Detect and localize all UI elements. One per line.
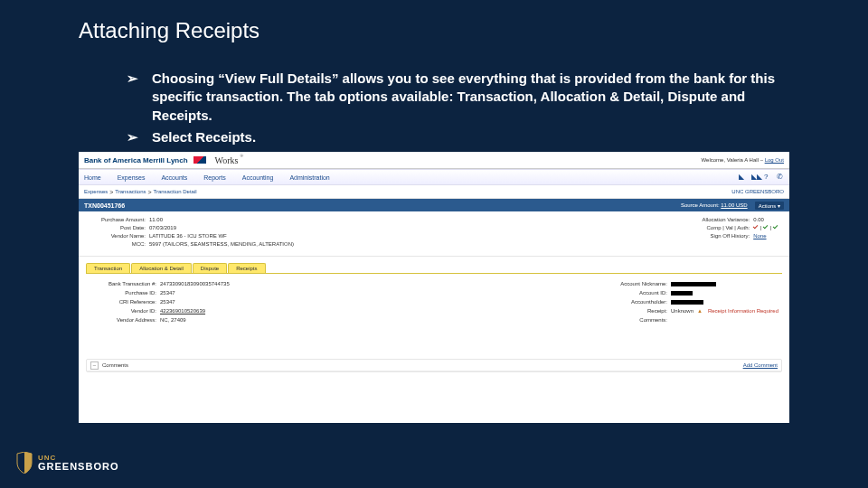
app-header: Bank of America Merrill Lynch Works Welc… [79, 152, 789, 169]
lbl-accountholder: Accountholder: [604, 299, 667, 305]
lbl-post-date: Post Date: [90, 225, 146, 230]
lbl-vendor-addr: Vendor Address: [90, 317, 156, 323]
actions-menu[interactable]: Actions ▾ [755, 202, 784, 210]
bank-logo-text: Bank of America Merrill Lynch [84, 156, 188, 164]
crumb-detail: Transaction Detail [153, 189, 196, 194]
val-purchase-id: 25347 [160, 290, 175, 296]
lbl-signoff: Sign Off History: [677, 233, 750, 239]
val-alloc-var: 0.00 [753, 217, 764, 222]
lbl-comments: Comments: [604, 317, 667, 323]
works-app-screenshot: Bank of America Merrill Lynch Works Welc… [79, 152, 789, 423]
lbl-purchase-amount: Purchase Amount: [90, 217, 146, 222]
comments-section: – Comments Add Comment [86, 359, 782, 372]
transaction-panel: Bank Transaction #:247330901830900357447… [86, 273, 782, 355]
footer-line2: GREENSBORO [38, 462, 118, 472]
bullet-2: Select Receipts. [127, 128, 796, 146]
breadcrumb: Expenses > Transactions > Transaction De… [79, 185, 789, 199]
val-post-date: 07/03/2019 [149, 225, 176, 230]
users-icon[interactable]: ◣◣ [751, 174, 759, 181]
val-crireference: 25347 [160, 299, 175, 305]
shield-icon [16, 452, 33, 474]
lock-icon: ▲ [697, 308, 703, 314]
logout-link[interactable]: Log Out [765, 157, 784, 163]
phone-icon[interactable]: ✆ [777, 174, 784, 181]
val-bank-txn: 24733090183090035744735 [160, 281, 230, 286]
works-logo: Works [215, 155, 239, 165]
tab-allocation[interactable]: Allocation & Detail [131, 263, 192, 273]
slide-bullets: Choosing “View Full Details” allows you … [90, 70, 796, 150]
slide-title: Attaching Receipts [79, 18, 259, 43]
user-icon[interactable]: ◣ [739, 174, 746, 181]
txn-id: TXN00451766 [84, 202, 125, 209]
val-vendor-name: LATITUDE 36 - ICU STORE WF [149, 233, 227, 239]
comments-heading: Comments [102, 362, 128, 368]
lbl-acct-nick: Account Nickname: [604, 281, 667, 286]
val-vendor-id[interactable]: 422369010520639 [160, 308, 205, 314]
receipt-warning: Receipt Information Required [708, 308, 778, 314]
tab-receipts[interactable]: Receipts [228, 263, 265, 273]
lbl-bank-txn: Bank Transaction #: [90, 281, 156, 286]
org-name: UNC GREENSBORO [731, 189, 784, 194]
welcome-text: Welcome, Valeria A Hall – Log Out [701, 157, 784, 163]
crumb-transactions[interactable]: Transactions [115, 189, 146, 194]
tab-dispute[interactable]: Dispute [193, 263, 227, 273]
summary-panel: Purchase Amount:11.00 Post Date:07/03/20… [79, 211, 789, 257]
nav-reports[interactable]: Reports [203, 174, 226, 181]
txn-bar: TXN00451766 Source Amount: 11.00 USD Act… [79, 199, 789, 211]
bullet-1: Choosing “View Full Details” allows you … [127, 70, 796, 125]
collapse-icon[interactable]: – [90, 361, 99, 370]
val-vendor-addr: NC, 27409 [160, 317, 186, 323]
crumb-expenses[interactable]: Expenses [84, 189, 108, 194]
val-acct-nick [671, 282, 716, 286]
main-nav: Home Expenses Accounts Reports Accountin… [79, 169, 789, 185]
nav-administration[interactable]: Administration [289, 174, 329, 181]
val-cva: | | [753, 225, 778, 230]
lbl-alloc-var: Allocation Variance: [677, 217, 750, 222]
bank-flag-icon [193, 156, 206, 164]
val-mcc: 5997 (TAILORS, SEAMSTRESS, MENDING, ALTE… [149, 241, 294, 247]
val-signoff[interactable]: None [753, 233, 766, 239]
nav-accounts[interactable]: Accounts [161, 174, 187, 181]
lbl-acct-id: Account ID: [604, 290, 667, 296]
slide-footer-logo: UNC GREENSBORO [16, 452, 118, 474]
nav-home[interactable]: Home [84, 174, 101, 181]
source-amount: Source Amount: 11.00 USD [681, 202, 748, 208]
val-purchase-amount: 11.00 [149, 217, 163, 222]
val-acct-id [671, 291, 693, 296]
lbl-receipt: Receipt: [604, 308, 667, 314]
lbl-mcc: MCC: [90, 241, 146, 247]
help-icon[interactable]: ? [764, 174, 771, 181]
lbl-vendor-name: Vendor Name: [90, 233, 146, 239]
lbl-purchase-id: Purchase ID: [90, 290, 156, 296]
lbl-vendor-id: Vendor ID: [90, 308, 156, 314]
tab-transaction[interactable]: Transaction [86, 263, 130, 273]
nav-accounting[interactable]: Accounting [242, 174, 274, 181]
val-accountholder [671, 300, 703, 305]
lbl-crireference: CRI Reference: [90, 299, 156, 305]
add-comment-link[interactable]: Add Comment [743, 362, 778, 368]
lbl-cva: Comp | Val | Auth: [677, 225, 750, 230]
util-icons: ◣ ◣◣ ? ✆ [739, 174, 784, 181]
val-receipt: Unknown [671, 308, 693, 314]
detail-tabs: Transaction Allocation & Detail Dispute … [79, 260, 789, 273]
nav-expenses[interactable]: Expenses [118, 174, 146, 181]
